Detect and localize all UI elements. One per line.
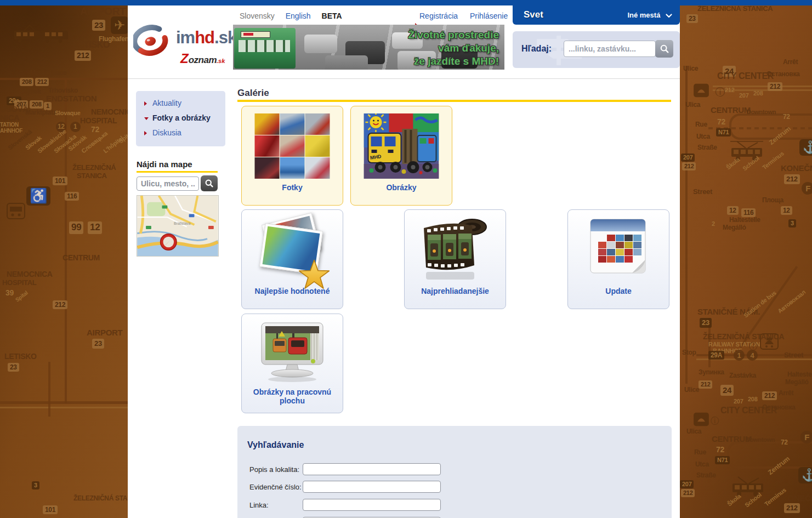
map-thumbnail[interactable]: Bratislava xyxy=(137,195,219,257)
map-route-badge: 23 xyxy=(92,339,104,349)
map-route-badge: 212 xyxy=(784,174,800,184)
map-label: Marktplatz xyxy=(25,109,56,116)
map-label: 72 xyxy=(717,117,725,126)
site-header: imhd.sk Zoznam.sk Slovensky English BETA… xyxy=(128,5,680,79)
map-label: Megálló xyxy=(723,224,746,231)
map-label: HOSPITAL xyxy=(80,116,117,125)
map-route-badge: 23 xyxy=(686,14,698,23)
map-label: Marketplace xyxy=(30,69,66,77)
map-route-badge: 212 xyxy=(681,489,695,497)
map-label: Ulica xyxy=(686,428,701,435)
map-route-badge: 29A xyxy=(708,351,724,360)
gallery-card-najlepsie-hodnotene[interactable]: Najlepšie hodnotené xyxy=(241,209,343,309)
map-route-badge: 23 xyxy=(8,363,19,372)
map-label: Ulice xyxy=(683,65,698,72)
other-cities-dropdown[interactable]: Iné mestá xyxy=(627,11,672,19)
map-route-badge: 23 xyxy=(92,20,105,31)
map-label: Škola xyxy=(726,493,742,508)
map-route-badge: 4 xyxy=(747,350,758,361)
gallery-search-form: Vyhľadávanie Popis a lokalita: Evidenčné… xyxy=(237,426,672,518)
search-label: Hľadaj: xyxy=(521,44,552,54)
map-label: Rue xyxy=(695,121,707,128)
promo-banner[interactable]: Životné prostredie vám ďakuje, že jazdít… xyxy=(233,25,504,70)
map-label: 212 xyxy=(725,87,734,93)
map-label: Arrêt xyxy=(783,58,798,66)
login-link[interactable]: Prihlásenie xyxy=(470,12,508,20)
language-english[interactable]: English xyxy=(286,12,311,20)
bullet-arrow-icon xyxy=(144,101,147,106)
map-label: 207 xyxy=(739,92,748,99)
svg-text:Bratislava: Bratislava xyxy=(174,221,190,225)
description-location-field[interactable] xyxy=(303,463,441,475)
map-route-badge: F xyxy=(800,431,812,443)
map-route-badge: 212 xyxy=(762,391,777,400)
zoznam-logo[interactable]: Zoznam.sk xyxy=(180,51,225,66)
map-label: School xyxy=(741,155,760,172)
search-button[interactable] xyxy=(655,40,673,58)
map-route-badge: 212 xyxy=(768,82,782,91)
language-switch: Slovensky English BETA xyxy=(240,12,351,20)
map-route-badge: N71 xyxy=(715,456,730,464)
sidebar-item-diskusia[interactable]: Diskusia xyxy=(136,126,225,140)
map-label: NEMOCNICA xyxy=(7,270,53,278)
map-route-badge: 116 xyxy=(65,192,79,201)
map-label: Остановка xyxy=(762,403,796,411)
map-label: Haltestelle xyxy=(729,216,760,224)
magnifier-icon xyxy=(660,44,669,54)
page-title: Galérie xyxy=(237,88,269,99)
map-label: Slovaque xyxy=(55,110,81,116)
map-search-button[interactable] xyxy=(201,175,218,191)
gallery-card-obrazky[interactable]: MHD Obrázky xyxy=(350,106,452,206)
map-label: Utca xyxy=(695,460,709,468)
chevron-down-icon xyxy=(666,14,672,18)
photo-collage-icon xyxy=(255,113,330,179)
map-label: School xyxy=(743,492,763,509)
map-label: Downtown xyxy=(747,109,776,115)
bullet-arrow-icon xyxy=(144,131,147,135)
map-search-input[interactable] xyxy=(137,177,199,191)
field-label: Linka: xyxy=(249,501,269,509)
map-route-badge: 101 xyxy=(53,177,67,185)
sidebar-item-aktuality[interactable]: Aktuality xyxy=(136,96,225,111)
gallery-card-obrazky-na-pracovnu-plochu[interactable]: Obrázky na pracovnú plochu xyxy=(241,314,343,413)
child-drawing-icon: MHD xyxy=(364,113,439,181)
language-slovensky[interactable]: Slovensky xyxy=(240,12,275,20)
map-route-badge: 212 xyxy=(784,503,800,513)
map-route-badge: 208 xyxy=(20,78,33,86)
gallery-card-fotky[interactable]: Fotky xyxy=(241,106,343,206)
field-label: Popis a lokalita: xyxy=(249,465,299,474)
line-field[interactable] xyxy=(303,499,441,511)
map-label: ŽELEZNIČNÁ xyxy=(72,163,116,172)
map-label: 72 xyxy=(91,125,99,134)
map-label: ŽELEZNIČNÁ STANICA xyxy=(697,4,773,13)
map-label: LETISKO xyxy=(73,40,110,50)
map-icon: ⚓ xyxy=(798,467,812,483)
field-label: Evidenčné číslo: xyxy=(249,483,302,491)
map-label: 208 xyxy=(753,90,763,96)
map-label: USOVÁ xyxy=(0,104,29,113)
map-label: Zentrum xyxy=(766,455,791,476)
bullet-arrow-icon xyxy=(144,117,149,120)
banner-car xyxy=(325,55,368,70)
site-search-box: Hľadaj: xyxy=(513,31,680,68)
current-city-label: Svet xyxy=(524,9,543,20)
map-label: Straße xyxy=(696,471,716,479)
map-route-badge: 212 xyxy=(682,162,696,170)
map-label: Straße xyxy=(697,144,717,151)
search-input[interactable] xyxy=(564,41,656,57)
map-route-badge: 3 xyxy=(32,481,39,489)
sidebar-item-fotky-a-obrazky[interactable]: Fotky a obrázky xyxy=(136,111,225,126)
map-label: Zentrum xyxy=(768,125,792,146)
map-label: Zastávka xyxy=(729,372,756,379)
map-label: 72 xyxy=(716,445,724,454)
site-logo[interactable]: imhd.sk Zoznam.sk xyxy=(133,24,232,67)
map-route-badge: 1 xyxy=(70,122,81,132)
map-label: NICA xyxy=(0,113,19,122)
map-route-badge: 12 xyxy=(88,221,102,234)
register-link[interactable]: Registrácia xyxy=(419,12,458,20)
map-label: KONEČNÁ xyxy=(782,493,812,503)
gallery-card-update[interactable]: Update xyxy=(567,209,669,309)
gallery-card-najprehliadanejsie[interactable]: Najprehliadanejšie xyxy=(404,209,506,309)
fleet-number-field[interactable] xyxy=(303,481,441,493)
star-icon xyxy=(298,259,330,289)
